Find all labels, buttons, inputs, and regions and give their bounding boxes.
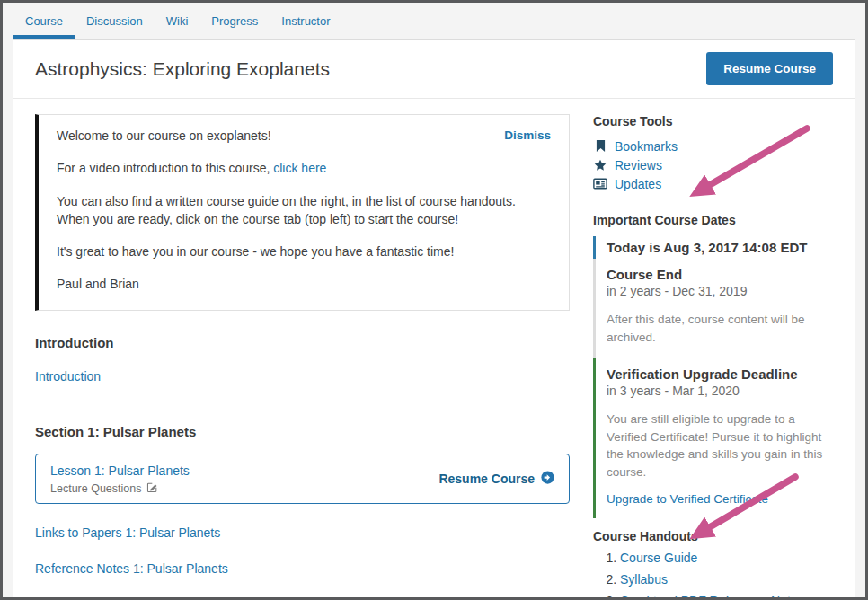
reference-notes-1-link[interactable]: Reference Notes 1: Pulsar Planets xyxy=(35,561,570,576)
tab-progress[interactable]: Progress xyxy=(199,3,270,39)
lesson-resume-course-link[interactable]: Resume Course xyxy=(438,471,554,487)
lesson-1-info: Lesson 1: Pulsar Planets Lecture Questio… xyxy=(50,463,190,496)
bookmarks-link[interactable]: Bookmarks xyxy=(615,139,678,154)
main-column: Welcome to our course on exoplanets! Dis… xyxy=(35,114,570,597)
welcome-message-box: Welcome to our course on exoplanets! Dis… xyxy=(35,114,570,311)
list-item: Course Guide xyxy=(620,551,833,565)
content-area: Welcome to our course on exoplanets! Dis… xyxy=(13,99,855,597)
papers-1-link[interactable]: Links to Papers 1: Pulsar Planets xyxy=(35,525,570,540)
page-title: Astrophysics: Exploring Exoplanets xyxy=(35,58,330,80)
course-outline-panel: Astrophysics: Exploring Exoplanets Resum… xyxy=(13,39,855,597)
lecture-questions-label: Lecture Questions xyxy=(50,482,141,495)
list-item: Combined PDF Reference Notes xyxy=(620,594,833,597)
course-tools-heading: Course Tools xyxy=(593,114,833,128)
dates-timeline: Today is Aug 3, 2017 14:08 EDT Course En… xyxy=(593,236,833,518)
course-tab-bar: Course Discussion Wiki Progress Instruct… xyxy=(3,3,865,39)
welcome-video-line: For a video introduction to this course,… xyxy=(57,159,551,177)
introduction-link[interactable]: Introduction xyxy=(35,369,101,384)
lesson-1-subtitle: Lecture Questions xyxy=(50,481,190,496)
tab-course[interactable]: Course xyxy=(13,3,75,39)
reviews-link[interactable]: Reviews xyxy=(615,158,662,172)
course-tools-list: Bookmarks Reviews Updates xyxy=(593,137,833,193)
course-end-description: After this date, course content will be … xyxy=(607,311,833,346)
newspaper-icon xyxy=(593,178,607,190)
course-end-title: Course End xyxy=(607,267,833,282)
course-handouts-list: Course Guide Syllabus Combined PDF Refer… xyxy=(593,551,833,597)
introduction-heading: Introduction xyxy=(35,335,570,350)
page-header: Astrophysics: Exploring Exoplanets Resum… xyxy=(13,40,855,99)
course-end-when: in 2 years - Dec 31, 2019 xyxy=(607,284,833,298)
important-dates-heading: Important Course Dates xyxy=(593,213,833,227)
reviews-tool[interactable]: Reviews xyxy=(593,155,833,174)
tab-instructor[interactable]: Instructor xyxy=(270,3,341,39)
bookmark-icon xyxy=(593,139,607,153)
click-here-link[interactable]: click here xyxy=(273,161,326,175)
edit-icon xyxy=(146,481,158,496)
tab-discussion[interactable]: Discussion xyxy=(75,3,155,39)
arrow-circle-right-icon xyxy=(541,471,554,487)
today-date: Today is Aug 3, 2017 14:08 EDT xyxy=(593,236,833,259)
course-end-item: Course End in 2 years - Dec 31, 2019 Aft… xyxy=(593,259,833,358)
page: Course Discussion Wiki Progress Instruct… xyxy=(0,0,868,600)
verification-deadline-item: Verification Upgrade Deadline in 3 years… xyxy=(593,358,833,518)
course-handouts-heading: Course Handouts xyxy=(593,529,833,543)
star-icon xyxy=(593,159,607,172)
welcome-video-prefix: For a video introduction to this course, xyxy=(57,161,273,175)
welcome-great-line: It's great to have you in our course - w… xyxy=(57,243,551,260)
resume-course-button[interactable]: Resume Course xyxy=(706,52,833,85)
tab-wiki[interactable]: Wiki xyxy=(155,3,200,39)
lesson-resume-label: Resume Course xyxy=(438,472,535,486)
welcome-greeting: Welcome to our course on exoplanets! xyxy=(57,127,271,145)
lesson-1-card: Lesson 1: Pulsar Planets Lecture Questio… xyxy=(35,454,570,504)
verification-deadline-when: in 3 years - Mar 1, 2020 xyxy=(607,384,833,398)
section-1-heading: Section 1: Pulsar Planets xyxy=(35,424,570,439)
welcome-guide-line: You can also find a written course guide… xyxy=(57,192,551,229)
course-guide-link[interactable]: Course Guide xyxy=(620,551,697,565)
list-item: Syllabus xyxy=(620,572,833,587)
dismiss-link[interactable]: Dismiss xyxy=(504,127,551,145)
syllabus-link[interactable]: Syllabus xyxy=(620,572,668,587)
welcome-signature: Paul and Brian xyxy=(57,275,551,293)
combined-pdf-notes-link[interactable]: Combined PDF Reference Notes xyxy=(620,594,804,597)
sidebar: Course Tools Bookmarks Reviews xyxy=(593,114,833,597)
verification-deadline-title: Verification Upgrade Deadline xyxy=(607,366,833,382)
lesson-1-link[interactable]: Lesson 1: Pulsar Planets xyxy=(50,463,190,478)
upgrade-certificate-link[interactable]: Upgrade to Verified Certificate xyxy=(607,492,768,506)
updates-tool[interactable]: Updates xyxy=(593,174,833,193)
verification-deadline-description: You are still eligible to upgrade to a V… xyxy=(607,410,833,481)
updates-link[interactable]: Updates xyxy=(615,177,661,191)
bookmarks-tool[interactable]: Bookmarks xyxy=(593,137,833,155)
